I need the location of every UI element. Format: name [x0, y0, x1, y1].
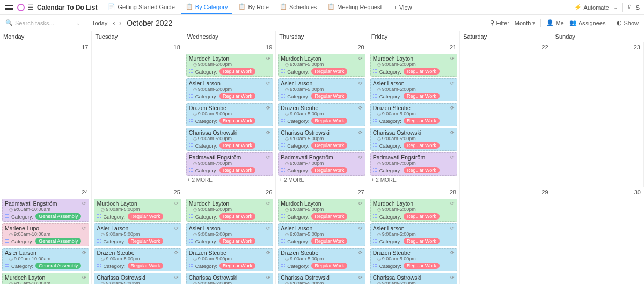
assignees-filter[interactable]: 👥Assignees	[569, 19, 606, 26]
calendar-event[interactable]: ⟳Asier Larson◷9:00am-5:00pmCategory:Regu…	[278, 78, 365, 101]
plus-icon: +	[393, 4, 397, 11]
hamburger-menu[interactable]	[4, 3, 14, 12]
day-cell[interactable]: 21⟳Murdoch Layton◷9:00am-5:00pmCategory:…	[368, 42, 460, 187]
calendar-event[interactable]: ⟳Drazen Steube◷9:00am-5:00pmCategory:Reg…	[94, 248, 181, 271]
automate-button[interactable]: ⚡ Automate	[574, 4, 609, 11]
day-cell[interactable]: 25⟳Murdoch Layton◷9:00am-5:00pmCategory:…	[92, 187, 184, 284]
me-filter[interactable]: 👤Me	[546, 19, 564, 26]
event-title: Charissa Ostrowski	[373, 274, 455, 281]
month-dropdown[interactable]: Month▾	[515, 20, 536, 26]
day-cell[interactable]: 28⟳Murdoch Layton◷9:00am-5:00pmCategory:…	[368, 187, 460, 284]
clock-icon: ◷	[9, 232, 13, 237]
calendar-event[interactable]: ⟳Padmavati Engström◷9:00am-7:00pmCategor…	[186, 152, 273, 176]
tab-by-category[interactable]: 📋By Category	[181, 0, 232, 14]
calendar-event[interactable]: ⟳Charissa Ostrowski◷9:00am-5:00pmCategor…	[186, 273, 273, 284]
calendar-event[interactable]: ⟳Murdoch Layton◷9:00am-5:00pmCategory:Re…	[370, 199, 457, 222]
category-badge: Regular Work	[404, 142, 440, 149]
calendar-event[interactable]: ⟳Drazen Steube◷9:00am-5:00pmCategory:Reg…	[370, 248, 457, 271]
calendar-event[interactable]: ⟳Murdoch Layton◷9:00am-5:00pmCategory:Re…	[186, 54, 273, 77]
recur-icon: ⟳	[450, 225, 455, 231]
drag-handle-icon	[281, 143, 285, 148]
clock-icon: ◷	[377, 87, 381, 92]
add-view-button[interactable]: + View	[389, 4, 416, 11]
more-events-button[interactable]: + 2 MORE	[368, 176, 459, 185]
recur-icon: ⟳	[450, 56, 455, 61]
clock-icon: ◷	[193, 62, 197, 67]
event-title: Padmavati Engström	[281, 154, 362, 161]
recur-icon: ⟳	[358, 275, 363, 280]
calendar-event[interactable]: ⟳Charissa Ostrowski◷9:00am-5:00pmCategor…	[186, 128, 273, 151]
clock-icon: ◷	[377, 232, 381, 237]
tab-schedules[interactable]: 📋Schedules	[275, 0, 321, 14]
day-cell[interactable]: 22	[460, 42, 552, 187]
calendar-event[interactable]: ⟳Murdoch Layton◷9:00am-5:00pmCategory:Re…	[186, 199, 273, 222]
calendar-event[interactable]: ⟳Asier Larson◷9:00am-5:00pmCategory:Regu…	[186, 78, 273, 101]
event-time: ◷9:00am-5:00pm	[285, 281, 362, 284]
tab-getting-started-guide[interactable]: 📄Getting Started Guide	[104, 0, 179, 14]
day-cell[interactable]: 27⟳Murdoch Layton◷9:00am-5:00pmCategory:…	[276, 187, 368, 284]
calendar-event[interactable]: ⟳Padmavati Engström◷9:00am-7:00pmCategor…	[278, 152, 365, 176]
share-icon[interactable]: ⇪	[627, 4, 632, 11]
clock-icon: ◷	[193, 281, 197, 284]
calendar-event[interactable]: ⟳Drazen Steube◷9:00am-5:00pmCategory:Reg…	[278, 103, 365, 126]
tab-icon: 📄	[108, 3, 115, 10]
day-cell[interactable]: 30	[552, 187, 644, 284]
calendar-event[interactable]: ⟳Charissa Ostrowski◷9:00am-5:00pmCategor…	[94, 273, 181, 284]
day-cell[interactable]: 20⟳Murdoch Layton◷9:00am-5:00pmCategory:…	[276, 42, 368, 187]
divider	[86, 19, 86, 27]
filter-button[interactable]: ⚲Filter	[490, 19, 509, 26]
calendar-event[interactable]: ⟳Murdoch Layton◷9:00am-5:00pmCategory:Re…	[94, 199, 181, 222]
calendar-event[interactable]: ⟳Asier Larson◷9:00am-5:00pmCategory:Regu…	[186, 223, 273, 246]
calendar-event[interactable]: ⟳Asier Larson◷9:00am-5:00pmCategory:Regu…	[278, 223, 365, 246]
today-button[interactable]: Today	[92, 20, 107, 26]
tab-label: Getting Started Guide	[118, 4, 174, 10]
calendar-event[interactable]: ⟳Asier Larson◷9:00am-5:00pmCategory:Regu…	[370, 78, 457, 101]
calendar-event[interactable]: ⟳Asier Larson◷9:00am-10:00amCategory:Gen…	[2, 248, 89, 271]
day-cell[interactable]: 23	[552, 42, 644, 187]
day-cell[interactable]: 29	[460, 187, 552, 284]
clock-icon: ◷	[377, 207, 381, 212]
day-cell[interactable]: 18	[92, 42, 184, 187]
calendar-event[interactable]: ⟳Murdoch Layton◷9:00am-10:00amCategory:G…	[2, 273, 89, 284]
calendar-event[interactable]: ⟳Charissa Ostrowski◷9:00am-5:00pmCategor…	[278, 273, 365, 284]
calendar-event[interactable]: ⟳Drazen Steube◷9:00am-5:00pmCategory:Reg…	[186, 248, 273, 271]
calendar-event[interactable]: ⟳Charissa Ostrowski◷9:00am-5:00pmCategor…	[370, 128, 457, 151]
clock-icon: ◷	[101, 232, 105, 237]
show-button[interactable]: ◐Show	[617, 19, 639, 26]
calendar-event[interactable]: ⟳Charissa Ostrowski◷9:00am-5:00pmCategor…	[278, 128, 365, 151]
day-cell[interactable]: 26⟳Murdoch Layton◷9:00am-5:00pmCategory:…	[184, 187, 276, 284]
recur-icon: ⟳	[450, 275, 455, 280]
prev-month-button[interactable]: ‹	[113, 19, 115, 27]
next-month-button[interactable]: ›	[119, 19, 121, 27]
category-label: Category:	[379, 69, 401, 75]
calendar-event[interactable]: ⟳Murdoch Layton◷9:00am-5:00pmCategory:Re…	[370, 54, 457, 77]
calendar-event[interactable]: ⟳Asier Larson◷9:00am-5:00pmCategory:Regu…	[94, 223, 181, 246]
calendar-event[interactable]: ⟳Drazen Steube◷9:00am-5:00pmCategory:Reg…	[278, 248, 365, 271]
tab-by-role[interactable]: 📋By Role	[234, 0, 273, 14]
calendar-event[interactable]: ⟳Drazen Steube◷9:00am-5:00pmCategory:Reg…	[370, 103, 457, 126]
chevron-down-icon[interactable]: ⌄	[76, 20, 80, 26]
calendar-event[interactable]: ⟳Drazen Steube◷9:00am-5:00pmCategory:Reg…	[186, 103, 273, 126]
chevron-down-icon[interactable]: ⌄	[613, 4, 618, 10]
clock-icon: ◷	[285, 257, 289, 261]
calendar-event[interactable]: ⟳Asier Larson◷9:00am-5:00pmCategory:Regu…	[370, 223, 457, 246]
day-cell[interactable]: 17	[0, 42, 92, 187]
event-time: ◷9:00am-5:00pm	[377, 86, 455, 92]
more-events-button[interactable]: + 2 MORE	[184, 176, 275, 185]
calendar-event[interactable]: ⟳Padmavati Engström◷9:00am-10:00amCatego…	[2, 199, 89, 222]
recur-icon: ⟳	[174, 275, 179, 280]
tab-meeting-request[interactable]: 📋Meeting Request	[323, 0, 386, 14]
share-label: S	[636, 4, 640, 11]
calendar-event[interactable]: ⟳Murdoch Layton◷9:00am-5:00pmCategory:Re…	[278, 54, 365, 77]
calendar-event[interactable]: ⟳Murdoch Layton◷9:00am-5:00pmCategory:Re…	[278, 199, 365, 222]
search-input[interactable]	[15, 20, 69, 26]
day-cell[interactable]: 19⟳Murdoch Layton◷9:00am-5:00pmCategory:…	[184, 42, 276, 187]
more-events-button[interactable]: + 2 MORE	[276, 176, 367, 185]
calendar-event[interactable]: ⟳Marlene Lupo◷9:00am-10:00amCategory:Gen…	[2, 223, 89, 246]
day-cell[interactable]: 24⟳Padmavati Engström◷9:00am-10:00amCate…	[0, 187, 92, 284]
calendar-event[interactable]: ⟳Padmavati Engström◷9:00am-7:00pmCategor…	[370, 152, 457, 176]
event-title: Charissa Ostrowski	[373, 129, 455, 136]
category-badge: General Assembly	[35, 238, 81, 244]
tab-label: By Category	[195, 4, 228, 10]
calendar-event[interactable]: ⟳Charissa Ostrowski◷9:00am-5:00pmCategor…	[370, 273, 457, 284]
